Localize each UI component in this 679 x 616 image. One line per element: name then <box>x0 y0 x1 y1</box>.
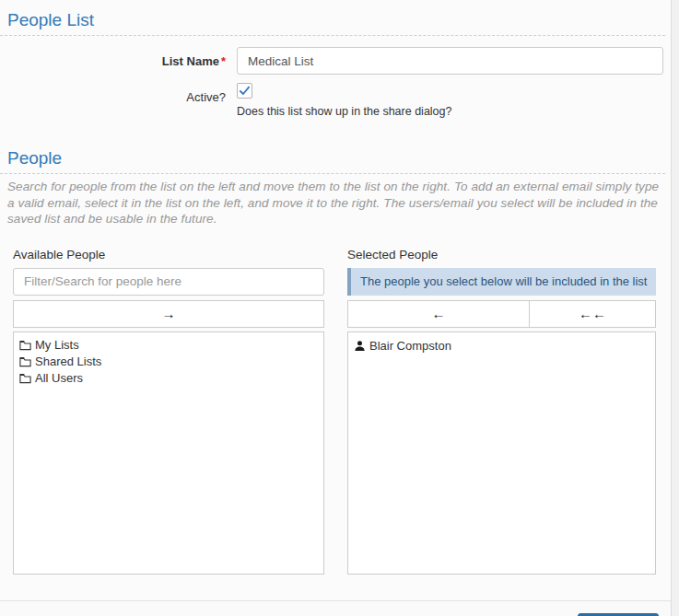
tree-item-label: Shared Lists <box>35 354 101 370</box>
selected-people-list[interactable]: Blair Compston <box>347 331 656 575</box>
selected-people-label: Selected People <box>347 248 656 262</box>
people-filter-input[interactable] <box>13 268 324 296</box>
dual-list-panels: Available People → My Lists Shared Lists <box>13 248 671 575</box>
available-people-list[interactable]: My Lists Shared Lists All Users <box>13 331 324 575</box>
footer-actions: Cancel Save <box>0 601 671 616</box>
save-button[interactable]: Save <box>578 613 659 616</box>
active-control: Does this list show up in the share dial… <box>237 83 663 118</box>
available-people-label: Available People <box>13 248 324 262</box>
selected-person-name: Blair Compston <box>369 337 451 354</box>
person-icon <box>354 340 366 352</box>
arrow-left-icon: ← <box>432 306 446 321</box>
tree-item-label: My Lists <box>35 337 79 354</box>
check-icon <box>239 85 251 97</box>
selection-info-bar: The people you select below will be incl… <box>347 268 656 296</box>
list-name-control <box>237 47 663 75</box>
tree-item-my-lists[interactable]: My Lists <box>19 337 318 354</box>
page-right-gutter <box>671 0 679 616</box>
tree-item-label: All Users <box>35 370 83 387</box>
list-name-label: List Name <box>162 54 219 68</box>
active-label: Active? <box>186 90 226 104</box>
people-section-description: Search for people from the list on the l… <box>0 174 671 227</box>
people-section: People Search for people from the list o… <box>0 138 671 227</box>
main-panel: People List List Name* Active? Does this… <box>0 0 671 616</box>
active-checkbox[interactable] <box>237 83 252 99</box>
selected-people-panel: Selected People The people you select be… <box>347 248 656 575</box>
folder-icon <box>19 356 31 367</box>
active-help-text: Does this list show up in the share dial… <box>237 105 663 118</box>
arrow-right-icon: → <box>162 306 176 321</box>
folder-icon <box>19 373 31 384</box>
required-asterisk: * <box>221 54 226 68</box>
active-label-wrap: Active? <box>0 83 226 104</box>
move-right-button[interactable]: → <box>13 300 324 328</box>
selected-person-row[interactable]: Blair Compston <box>354 337 650 354</box>
active-row: Active? Does this list show up in the sh… <box>0 83 671 118</box>
tree-item-shared-lists[interactable]: Shared Lists <box>19 354 318 370</box>
list-name-row: List Name* <box>0 47 671 75</box>
move-all-left-button[interactable]: ←← <box>529 300 656 328</box>
available-people-panel: Available People → My Lists Shared Lists <box>13 248 324 575</box>
move-left-buttons-row: ← ←← <box>347 300 656 328</box>
people-section-title: People <box>0 138 665 174</box>
tree-item-all-users[interactable]: All Users <box>19 370 318 387</box>
list-name-input[interactable] <box>237 47 663 75</box>
list-name-label-wrap: List Name* <box>0 47 226 68</box>
move-left-button[interactable]: ← <box>347 300 530 328</box>
people-list-section-title: People List <box>0 0 665 36</box>
double-arrow-left-icon: ←← <box>579 306 606 321</box>
folder-icon <box>19 340 31 351</box>
